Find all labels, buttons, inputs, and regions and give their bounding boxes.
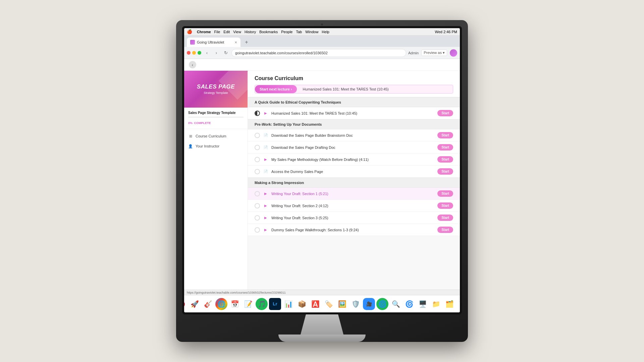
lesson-row-1-0: 📄 Download the Sales Page Builder Brains…	[248, 129, 460, 141]
dock-finder2-icon[interactable]: 🗂️	[443, 298, 455, 310]
start-next-lecture-button[interactable]: Start next lecture ›	[255, 85, 297, 93]
dock-zoom-icon[interactable]: 🎥	[363, 298, 375, 310]
status-bar: https://goingutraviolet.teachable.com/co…	[184, 290, 460, 295]
dock-appstore-icon[interactable]: 🅰️	[309, 298, 321, 310]
start-button-2-0[interactable]: Start	[437, 190, 453, 197]
sidebar: SALES PAGE Strategy Template Sales Page …	[184, 71, 248, 290]
sidebar-nav-curriculum-label: Course Curriculum	[196, 134, 226, 138]
menu-bookmarks[interactable]: Bookmarks	[259, 30, 278, 34]
menu-people[interactable]: People	[281, 30, 292, 34]
sidebar-course-name: Sales Page Strategy Template	[188, 111, 244, 115]
start-button-1-2[interactable]: Start	[437, 156, 453, 163]
dock-control-icon[interactable]: 🖥️	[417, 298, 429, 310]
menubar-time: Wed 2:46 PM	[435, 30, 457, 34]
video-icon-2-2: ▶	[263, 216, 268, 220]
dock-finder-icon[interactable]: 🍎	[184, 298, 187, 310]
lesson-row-2-3: ▶ Dummy Sales Page Walkthrough: Sections…	[248, 224, 460, 236]
lesson-title-1-2: My Sales Page Methodology (Watch Before …	[271, 158, 434, 162]
section-1: A Quick Guide to Ethical Copywriting Tec…	[248, 97, 460, 119]
dock-trash-icon[interactable]: 🗑️	[457, 298, 460, 310]
sidebar-nav-instructor-label: Your Instructor	[196, 144, 219, 148]
page-content: SALES PAGE Strategy Template Sales Page …	[184, 71, 460, 290]
lesson-check-empty-1-1	[255, 145, 260, 150]
window-close-dot[interactable]	[187, 51, 191, 55]
menu-chrome[interactable]: Chrome	[197, 30, 211, 34]
dock-spotify-icon[interactable]: 🎵	[256, 298, 268, 310]
dock-photos-icon[interactable]: 🖼️	[336, 298, 348, 310]
menu-tab[interactable]: Tab	[296, 30, 302, 34]
doc-icon-1-1: 📄	[263, 145, 268, 150]
menu-view[interactable]: View	[233, 30, 241, 34]
section-2: Pre-Work: Setting Up Your Documents 📄 Do…	[248, 119, 460, 178]
chrome-tab[interactable]: Going Ultraviolet ✕	[187, 38, 240, 47]
profile-avatar[interactable]	[450, 49, 457, 57]
lesson-title-1-1: Download the Sales Page Drafting Doc	[271, 145, 434, 149]
dock-chrome-icon[interactable]: 🌐	[215, 298, 227, 310]
sidebar-nav: ⊞ Course Curriculum 👤 Your Instructor	[184, 129, 248, 153]
menu-edit[interactable]: Edit	[223, 30, 230, 34]
lesson-title-1-0: Download the Sales Page Builder Brainsto…	[271, 133, 434, 137]
lesson-title-0-0: Humanized Sales 101: Meet the TARES Test…	[271, 111, 434, 115]
apple-logo[interactable]: 🍎	[187, 29, 192, 34]
progress-pct: 0%	[188, 121, 193, 125]
dock-badge-icon[interactable]: 🏷️	[323, 298, 335, 310]
doc-icon-1-0: 📄	[263, 133, 268, 138]
start-button-0-0[interactable]: Start	[437, 110, 453, 116]
progress-label: COMPLETE	[194, 121, 211, 125]
dock-launchpad-icon[interactable]: 🚀	[189, 298, 201, 310]
lesson-row-0-0: ▶ Humanized Sales 101: Meet the TARES Te…	[248, 107, 460, 119]
nav-back-button[interactable]: ‹	[203, 49, 211, 57]
start-button-2-3[interactable]: Start	[437, 227, 453, 233]
sidebar-title-sub: Strategy Template	[197, 91, 235, 95]
start-button-1-1[interactable]: Start	[437, 144, 453, 150]
menu-file[interactable]: File	[214, 30, 220, 34]
mac-menubar: 🍎 Chrome File Edit View History Bookmark…	[184, 28, 460, 36]
monitor-stand	[295, 314, 349, 335]
menu-window[interactable]: Window	[305, 30, 318, 34]
status-url: https://goingutraviolet.teachable.com/co…	[187, 291, 286, 294]
dock-guitar-icon[interactable]: 🎸	[202, 298, 214, 310]
dock-folder-icon[interactable]: 📁	[430, 298, 442, 310]
user-icon: 👤	[188, 144, 193, 148]
dock-spiral-icon[interactable]: 🌀	[376, 298, 388, 310]
dock-app-icon[interactable]: 📦	[296, 298, 308, 310]
address-bar-url: goingutraviolet.teachable.com/courses/en…	[235, 51, 328, 55]
video-icon-1-2: ▶	[263, 157, 268, 162]
dock-notes-icon[interactable]: 📝	[242, 298, 254, 310]
lesson-row-2-2: ▶ Writing Your Draft: Section 3 (5:25) S…	[248, 212, 460, 224]
section-3: Making a Strong Impression ▶ Writing You…	[248, 178, 460, 236]
lesson-row-2-1: ▶ Writing Your Draft: Section 2 (4:12) S…	[248, 200, 460, 212]
chrome-navbar: ‹ › ↻ goingutraviolet.teachable.com/cour…	[184, 47, 460, 59]
dock-shield-icon[interactable]: 🛡️	[350, 298, 362, 310]
dock-calendar-icon[interactable]: 📅	[229, 298, 241, 310]
start-button-1-0[interactable]: Start	[437, 132, 453, 138]
lesson-title-2-1: Writing Your Draft: Section 2 (4:12)	[271, 204, 434, 208]
window-expand-dot[interactable]	[198, 51, 201, 55]
tab-new-button[interactable]: +	[242, 38, 251, 47]
mac-dock: 🍎 🚀 🎸 🌐 📅 📝 🎵 Lr 📊 📦 🅰️ 🏷️ 🖼️ 🛡️ 🎥 🌀 🔍 🌀	[184, 295, 460, 312]
tab-close-icon[interactable]: ✕	[234, 41, 237, 44]
sidebar-nav-curriculum[interactable]: ⊞ Course Curriculum	[184, 131, 248, 141]
start-button-2-2[interactable]: Start	[437, 215, 453, 221]
section-1-header: A Quick Guide to Ethical Copywriting Tec…	[248, 97, 460, 107]
video-icon-2-3: ▶	[263, 228, 268, 232]
address-bar[interactable]: goingutraviolet.teachable.com/courses/en…	[231, 49, 406, 57]
dock-search-icon[interactable]: 🔍	[390, 298, 402, 310]
start-button-2-1[interactable]: Start	[437, 202, 453, 209]
section-2-header: Pre-Work: Setting Up Your Documents	[248, 119, 460, 129]
dock-numbers-icon[interactable]: 📊	[282, 298, 294, 310]
webcam-dot	[321, 23, 323, 25]
start-button-1-3[interactable]: Start	[437, 168, 453, 175]
section-3-header: Making a Strong Impression	[248, 178, 460, 188]
next-lecture-info: Humanized Sales 101: Meet the TARES Test…	[300, 87, 392, 91]
nav-refresh-button[interactable]: ↻	[222, 49, 229, 57]
sidebar-nav-instructor[interactable]: 👤 Your Instructor	[184, 141, 248, 151]
preview-as-button[interactable]: Preview as ▾	[421, 50, 447, 56]
menu-history[interactable]: History	[245, 30, 256, 34]
back-button[interactable]: ‹	[189, 61, 196, 68]
window-minimize-dot[interactable]	[192, 51, 196, 55]
nav-forward-button[interactable]: ›	[213, 49, 220, 57]
dock-browser-icon[interactable]: 🌀	[403, 298, 415, 310]
dock-lightroom-icon[interactable]: Lr	[269, 298, 281, 310]
menu-help[interactable]: Help	[322, 30, 329, 34]
